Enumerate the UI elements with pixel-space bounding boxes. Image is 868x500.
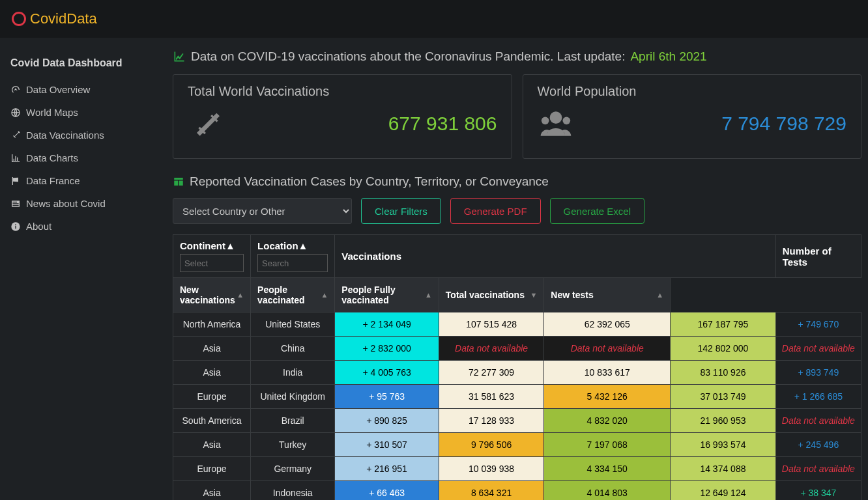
globe-icon: [10, 107, 21, 118]
cell-people-vaccinated: 107 515 428: [439, 312, 544, 337]
col-label: New tests: [551, 290, 593, 300]
syringe-icon: [10, 130, 21, 141]
cell-people-vaccinated: Data not available: [439, 337, 544, 361]
col-label: New vaccinations: [180, 285, 235, 305]
sidebar: Covid Data Dashboard Data Overview World…: [0, 38, 158, 500]
sidebar-item-label: Data Overview: [26, 84, 90, 95]
svg-point-5: [541, 117, 549, 125]
sidebar-item-news[interactable]: News about Covid: [0, 192, 158, 215]
cell-fully-vaccinated: 62 392 065: [544, 312, 671, 337]
cell-fully-vaccinated: 7 197 068: [544, 433, 671, 457]
cell-new-vaccinations: + 890 825: [335, 409, 439, 433]
col-new-tests[interactable]: New tests▲: [544, 278, 671, 312]
sidebar-item-about[interactable]: About: [0, 215, 158, 238]
sidebar-item-vaccinations[interactable]: Data Vaccinations: [0, 124, 158, 146]
table-row: AsiaIndia+ 4 005 76372 277 30910 833 617…: [173, 361, 861, 385]
sidebar-item-charts[interactable]: Data Charts: [0, 146, 158, 169]
cell-people-vaccinated: 10 039 938: [439, 457, 544, 481]
cell-continent: Asia: [173, 433, 251, 457]
cell-new-vaccinations: + 4 005 763: [335, 361, 439, 385]
cell-total-vaccinations: 83 110 926: [671, 361, 776, 385]
col-group-tests: Number of Tests: [775, 235, 861, 278]
filter-continent[interactable]: [180, 254, 244, 272]
sort-icon: ▲: [425, 291, 432, 299]
cell-new-vaccinations: + 216 951: [335, 457, 439, 481]
svg-rect-3: [15, 224, 16, 225]
chart-icon: [10, 153, 21, 163]
cell-continent: Asia: [173, 361, 251, 385]
select-country[interactable]: Select Country or Other: [173, 198, 352, 224]
generate-pdf-button[interactable]: Generate PDF: [450, 198, 541, 224]
svg-rect-2: [15, 225, 16, 229]
card-value: 7 794 798 729: [721, 113, 846, 135]
sort-icon: ▲: [225, 240, 235, 251]
clear-filters-button[interactable]: Clear Filters: [361, 198, 441, 224]
cell-fully-vaccinated: 10 833 617: [544, 361, 671, 385]
cell-total-vaccinations: 16 993 574: [671, 433, 776, 457]
topbar: CovidData: [0, 0, 868, 38]
sidebar-item-label: Data France: [26, 175, 80, 186]
cell-total-vaccinations: 14 374 088: [671, 457, 776, 481]
col-fully-vaccinated[interactable]: People Fully vaccinated▲: [335, 278, 439, 312]
tachometer-icon: [10, 85, 21, 95]
data-table: Continent▲ Location▲ Vaccinations Number…: [173, 234, 861, 500]
cell-new-tests: Data not available: [775, 337, 861, 361]
sidebar-item-label: About: [26, 221, 51, 232]
col-group-continent[interactable]: Continent▲: [173, 235, 251, 278]
filter-location[interactable]: [257, 254, 328, 272]
info-icon: [10, 221, 21, 232]
cell-total-vaccinations: 37 013 749: [671, 385, 776, 409]
sidebar-item-label: World Maps: [26, 107, 78, 118]
brand-name[interactable]: CovidData: [30, 10, 97, 27]
cell-location: Turkey: [251, 433, 335, 457]
cell-new-tests: Data not available: [775, 409, 861, 433]
card-value: 677 931 806: [388, 113, 497, 135]
cell-new-tests: + 38 347: [775, 481, 861, 501]
col-label: People vaccinated: [257, 285, 304, 305]
cell-people-vaccinated: 8 634 321: [439, 481, 544, 501]
section-title-text: Reported Vaccination Cases by Country, T…: [190, 174, 549, 189]
sidebar-item-france[interactable]: Data France: [0, 169, 158, 192]
sidebar-item-worldmaps[interactable]: World Maps: [0, 101, 158, 124]
svg-point-4: [549, 111, 562, 124]
col-people-vaccinated[interactable]: People vaccinated▲: [251, 278, 335, 312]
sort-icon: ▲: [298, 240, 308, 251]
col-label: Location: [257, 240, 298, 251]
flag-icon: [10, 176, 21, 186]
table-icon: [173, 176, 184, 188]
sort-icon: ▼: [530, 291, 537, 299]
card-title: World Population: [538, 84, 847, 99]
sidebar-item-overview[interactable]: Data Overview: [0, 78, 158, 101]
generate-excel-button[interactable]: Generate Excel: [550, 198, 644, 224]
col-group-vaccinations: Vaccinations: [335, 235, 775, 278]
cell-fully-vaccinated: Data not available: [544, 337, 671, 361]
users-icon: [538, 105, 574, 142]
page-title-text: Data on COVID-19 vaccinations about the …: [191, 49, 625, 64]
col-label: Total vaccinations: [446, 290, 525, 300]
cell-fully-vaccinated: 4 334 150: [544, 457, 671, 481]
cell-location: Indonesia: [251, 481, 335, 501]
col-group-location[interactable]: Location▲: [251, 235, 335, 278]
sidebar-item-label: News about Covid: [26, 198, 106, 209]
table-row: AsiaTurkey+ 310 5079 796 5067 197 06816 …: [173, 433, 861, 457]
cell-fully-vaccinated: 4 832 020: [544, 409, 671, 433]
cell-continent: Asia: [173, 337, 251, 361]
col-new-vaccinations[interactable]: New vaccinations▲: [173, 278, 251, 312]
sort-icon: ▲: [237, 291, 244, 299]
cell-location: United Kingdom: [251, 385, 335, 409]
table-row: South AmericaBrazil+ 890 82517 128 9334 …: [173, 409, 861, 433]
cell-fully-vaccinated: 5 432 126: [544, 385, 671, 409]
content: Data on COVID-19 vaccinations about the …: [158, 38, 868, 500]
cell-location: India: [251, 361, 335, 385]
logo-icon: [12, 12, 26, 26]
cell-continent: Europe: [173, 457, 251, 481]
cell-location: United States: [251, 312, 335, 337]
col-total-vaccinations[interactable]: Total vaccinations▼: [439, 278, 544, 312]
table-row: North AmericaUnited States+ 2 134 049107…: [173, 312, 861, 337]
chart-line-icon: [173, 50, 186, 63]
cell-new-tests: + 245 496: [775, 433, 861, 457]
cell-people-vaccinated: 31 581 623: [439, 385, 544, 409]
sort-icon: ▲: [321, 291, 328, 299]
cell-location: Brazil: [251, 409, 335, 433]
cell-continent: Europe: [173, 385, 251, 409]
